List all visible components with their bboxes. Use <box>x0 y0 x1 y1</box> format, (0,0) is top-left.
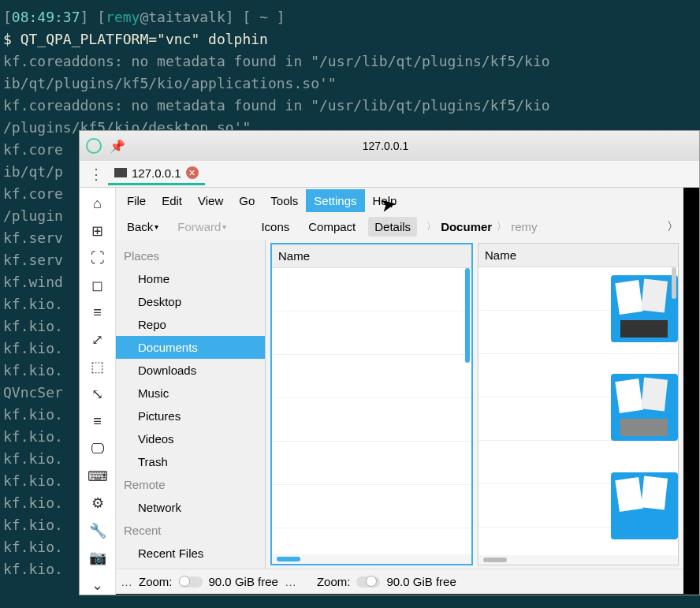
menu-lines-icon[interactable]: ≡ <box>87 303 109 323</box>
file-list[interactable] <box>272 268 471 554</box>
wrench-icon[interactable]: 🔧 <box>87 520 109 540</box>
vnc-title: 127.0.0.1 <box>125 140 646 152</box>
toolbar: Back▾ Forward▾ Icons Compact Details 〉 D… <box>116 213 683 240</box>
vnc-titlebar[interactable]: 📌 127.0.0.1 <box>80 131 699 161</box>
tab-label: 127.0.0.1 <box>132 166 181 180</box>
terminal-time: 08:49:37 <box>12 9 80 25</box>
menu-file[interactable]: File <box>119 189 154 212</box>
view-compact-button[interactable]: Compact <box>302 217 362 237</box>
menu-settings[interactable]: Settings <box>306 189 364 212</box>
zoom-slider[interactable] <box>179 576 203 587</box>
recent-section: Recent <box>116 519 265 542</box>
list-item[interactable] <box>272 398 471 442</box>
remote-screen[interactable]: File Edit View Go Tools Settings Help Ba… <box>116 188 699 595</box>
places-item-trash[interactable]: Trash <box>116 450 265 473</box>
places-item-recent-locations[interactable]: Recent Locations <box>116 565 265 569</box>
places-item-recent-files[interactable]: Recent Files <box>116 542 265 565</box>
back-button[interactable]: Back▾ <box>121 217 165 237</box>
menu-bar: File Edit View Go Tools Settings Help <box>116 188 683 213</box>
left-pane[interactable]: Name <box>270 243 473 565</box>
list-item[interactable] <box>272 485 471 528</box>
breadcrumb-current[interactable]: Documer <box>441 220 492 233</box>
breadcrumb-sep-icon: 〉 <box>426 220 436 233</box>
remote-section: Remote <box>116 473 265 496</box>
terminal-home: ~ <box>259 9 268 25</box>
menu-help[interactable]: Help <box>365 189 405 212</box>
list-item[interactable] <box>272 268 471 311</box>
menu-view[interactable]: View <box>190 189 231 212</box>
menu-edit[interactable]: Edit <box>154 189 190 212</box>
view-details-button[interactable]: Details <box>368 217 417 237</box>
vertical-scrollbar[interactable] <box>465 268 470 363</box>
grid-plus-icon[interactable]: ⊞ <box>87 222 109 241</box>
view-icons-button[interactable]: Icons <box>255 217 296 237</box>
places-item-desktop[interactable]: Desktop <box>116 290 265 313</box>
resize-icon[interactable]: ⤢ <box>87 330 109 350</box>
vnc-toolbar: ⌂ ⊞ ⛶ ◻ ≡ ⤢ ⬚ ⤡ ≡ 🖵 ⌨ ⚙ 🔧 📷 ⌄ <box>80 188 116 595</box>
scale-icon[interactable]: ⬚ <box>87 357 109 377</box>
settings-icon[interactable]: ⚙ <box>87 494 109 513</box>
file-list[interactable]: 〉 〉 〉 <box>478 267 678 555</box>
zoom-label: Zoom: <box>139 575 173 588</box>
vnc-window: 📌 127.0.0.1 ⋮ 127.0.0.1 ✕ ⌂ ⊞ ⛶ ◻ ≡ ⤢ ⬚ … <box>79 130 700 595</box>
right-pane[interactable]: Name 〉 〉 〉 <box>478 243 679 565</box>
fit-icon[interactable]: ◻ <box>87 276 109 296</box>
status-bar: … Zoom: 90.0 GiB free … Zoom: 90.0 GiB f… <box>116 569 683 594</box>
tab-close-icon[interactable]: ✕ <box>186 166 199 179</box>
pin-icon[interactable]: 📌 <box>110 139 125 154</box>
chevron-down-icon[interactable]: ⌄ <box>87 575 109 595</box>
zoom-label: Zoom: <box>317 575 351 588</box>
list-item[interactable] <box>272 311 471 355</box>
disk-free: 90.0 GiB free <box>386 575 456 588</box>
expand-icon[interactable]: ⤡ <box>87 385 109 405</box>
home-icon[interactable]: ⌂ <box>87 194 109 214</box>
column-header-name[interactable]: Name <box>272 244 471 268</box>
column-header-name[interactable]: Name <box>478 244 678 267</box>
tab-menu-icon[interactable]: ⋮ <box>84 162 108 186</box>
places-panel: Places HomeDesktopRepoDocumentsDownloads… <box>116 240 266 569</box>
vnc-app-icon <box>86 138 102 154</box>
places-item-music[interactable]: Music <box>116 382 265 405</box>
breadcrumb[interactable]: 〉 Documer 〉 remy <box>426 220 537 233</box>
tab-strip: ⋮ 127.0.0.1 ✕ <box>80 161 699 188</box>
horizontal-scrollbar[interactable] <box>272 554 471 564</box>
terminal-user: remy <box>106 9 140 25</box>
monitor-icon[interactable]: 🖵 <box>87 439 109 459</box>
horizontal-scrollbar[interactable] <box>478 555 678 565</box>
fullscreen-icon[interactable]: ⛶ <box>87 248 109 268</box>
folder-thumbnail[interactable] <box>611 275 678 342</box>
places-item-repo[interactable]: Repo <box>116 313 265 336</box>
places-item-pictures[interactable]: Pictures <box>116 405 265 427</box>
places-item-documents[interactable]: Documents <box>116 336 265 359</box>
dolphin-window: File Edit View Go Tools Settings Help Ba… <box>116 188 683 594</box>
menu2-icon[interactable]: ≡ <box>87 412 109 431</box>
screen-icon <box>114 168 127 177</box>
breadcrumb-forward-icon[interactable]: 〉 <box>667 219 679 234</box>
forward-button[interactable]: Forward▾ <box>171 217 233 237</box>
disk-free: 90.0 GiB free <box>209 575 278 588</box>
terminal-cmd: $ QT_QPA_PLATFORM="vnc" dolphin <box>3 31 268 47</box>
menu-tools[interactable]: Tools <box>262 189 306 212</box>
places-item-home[interactable]: Home <box>116 267 265 290</box>
camera-icon[interactable]: 📷 <box>87 548 109 568</box>
places-item-downloads[interactable]: Downloads <box>116 359 265 382</box>
zoom-slider[interactable] <box>356 576 380 587</box>
tab-connection[interactable]: 127.0.0.1 ✕ <box>108 163 205 185</box>
places-item-network[interactable]: Network <box>116 496 265 519</box>
breadcrumb-sep-icon: 〉 <box>497 220 506 233</box>
menu-go[interactable]: Go <box>231 189 262 212</box>
status-info: … <box>121 575 132 588</box>
places-section: Places <box>116 244 265 267</box>
folder-thumbnail[interactable] <box>611 374 678 441</box>
places-item-videos[interactable]: Videos <box>116 427 265 450</box>
breadcrumb-next[interactable]: remy <box>511 220 537 233</box>
status-info: … <box>285 575 296 588</box>
terminal-host: taitavalk <box>148 9 225 25</box>
list-item[interactable] <box>272 355 471 398</box>
list-item[interactable] <box>272 442 471 485</box>
folder-thumbnail[interactable] <box>611 472 678 539</box>
vertical-scrollbar[interactable] <box>672 267 676 299</box>
keyboard-icon[interactable]: ⌨ <box>87 466 109 486</box>
